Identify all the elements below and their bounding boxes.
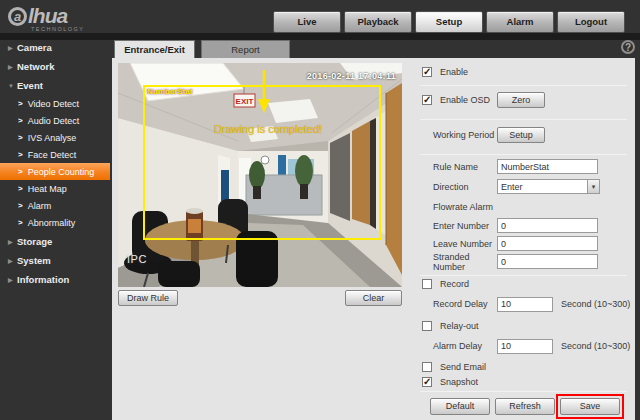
sidebar-item-storage[interactable]: ▶ Storage [0,232,110,251]
separator [420,275,627,276]
sidebar-item-alarm[interactable]: > Alarm [0,197,110,214]
leave-number-label: Leave Number [433,239,497,249]
sub-arrow-icon: > [18,133,23,142]
sidebar-item-label: Camera [17,42,52,53]
working-period-label: Working Period [433,130,497,140]
draw-direction-arrow-icon [254,68,274,116]
separator [420,391,627,392]
working-period-setup-button[interactable]: Setup [497,127,545,143]
sub-arrow-icon: > [18,201,23,210]
sidebar-item-network[interactable]: ▶ Network [0,57,110,76]
flowrate-alarm-label: Flowrate Alarm [433,202,523,212]
sidebar-item-information[interactable]: ▶ Information [0,270,110,289]
record-delay-label: Record Delay [433,299,497,309]
record-delay-row: Record Delay Second (10~300) [422,296,635,312]
sidebar-item-people-counting[interactable]: > People Counting [0,163,110,180]
direction-row: Direction Enter ▾ [422,179,635,194]
sidebar-item-system[interactable]: ▶ System [0,251,110,270]
checkmark-icon: ✓ [423,376,431,387]
sidebar-item-heat-map[interactable]: > Heat Map [0,180,110,197]
sidebar-item-label: Heat Map [28,184,67,194]
stranded-number-input[interactable] [497,254,598,269]
default-button[interactable]: Default [430,398,490,415]
sidebar-item-label: System [17,255,51,266]
draw-rule-button[interactable]: Draw Rule [118,290,178,306]
nav-alarm-button[interactable]: Alarm [486,11,554,33]
tab-report[interactable]: Report [201,40,290,58]
sub-arrow-icon: > [18,116,23,125]
sidebar-item-label: Information [17,274,69,285]
sidebar-item-label: Face Detect [28,150,77,160]
sidebar-item-abnormality[interactable]: > Abnormality [0,214,110,231]
sub-arrow-icon: > [18,99,23,108]
drawing-status-message: Drawing is completed! [188,123,348,135]
record-checkbox[interactable]: ✓ [422,279,432,289]
flowrate-alarm-row: Flowrate Alarm [422,200,635,214]
tab-entrance-exit[interactable]: Entrance/Exit [114,40,195,58]
record-delay-unit: Second (10~300) [561,299,630,309]
zero-button[interactable]: Zero [497,92,545,108]
help-icon[interactable]: ? [621,40,635,54]
working-period-row: Working Period Setup [422,127,635,143]
collapse-arrow-icon: ▶ [8,63,17,70]
sidebar-item-label: Alarm [28,201,52,211]
snapshot-checkbox[interactable]: ✓ [422,377,432,387]
leave-number-input[interactable] [497,236,598,251]
send-email-checkbox[interactable]: ✓ [422,362,432,372]
sidebar-item-audio-detect[interactable]: > Audio Detect [0,112,110,129]
sidebar-item-video-detect[interactable]: > Video Detect [0,95,110,112]
sub-arrow-icon: > [18,184,23,193]
header: a lhua TECHNOLOGY Live Playback Setup Al… [0,0,640,33]
leave-number-row: Leave Number [422,236,635,251]
sidebar-item-camera[interactable]: ▶ Camera [0,38,110,57]
rule-name-input[interactable] [497,159,598,174]
dahua-logo: a lhua TECHNOLOGY [8,4,138,34]
nav-setup-button[interactable]: Setup [415,11,483,33]
enable-osd-checkbox[interactable]: ✓ [422,95,432,105]
direction-label: Direction [433,182,497,192]
enter-number-input[interactable] [497,218,598,233]
sidebar-item-label: Abnormality [28,218,76,228]
enable-row: ✓ Enable [422,64,635,80]
enable-osd-label: Enable OSD [440,95,497,105]
video-preview[interactable]: EXIT 2016-02-11 17:04:11 NumberStat Draw… [118,63,402,287]
snapshot-row: ✓ Snapshot [422,376,635,388]
clear-button[interactable]: Clear [345,290,402,306]
sidebar-item-event[interactable]: ▼ Event [0,76,110,95]
video-timestamp: 2016-02-11 17:04:11 [307,71,396,81]
enable-osd-row: ✓ Enable OSD Zero [422,92,635,108]
sub-arrow-icon: > [18,167,23,176]
alarm-delay-input[interactable] [497,339,553,354]
relay-out-row: ✓ Relay-out [422,320,635,332]
sub-arrow-icon: > [18,150,23,159]
collapse-arrow-icon: ▶ [8,276,17,283]
refresh-button[interactable]: Refresh [495,398,555,415]
sidebar-item-ivs-analyse[interactable]: > IVS Analyse [0,129,110,146]
stranded-number-label: Stranded Number [433,252,497,272]
chevron-down-icon[interactable]: ▾ [587,180,599,193]
rule-name-overlay: NumberStat [147,87,192,96]
nav-logout-button[interactable]: Logout [557,11,625,33]
sidebar-item-label: Network [17,61,54,72]
separator [420,85,627,86]
sidebar: ▶ Camera ▶ Network ▼ Event > Video Detec… [0,40,110,420]
checkmark-icon: ✓ [423,94,431,105]
sidebar-item-label: IVS Analyse [28,133,77,143]
save-highlight-annotation [556,394,624,419]
sidebar-item-label: Event [17,80,43,91]
enable-checkbox[interactable]: ✓ [422,67,432,77]
nav-playback-button[interactable]: Playback [344,11,412,33]
nav-live-button[interactable]: Live [273,11,341,33]
logo-circle-a-icon: a [8,7,27,26]
snapshot-label: Snapshot [440,377,478,387]
enable-label: Enable [440,67,468,77]
alarm-delay-unit: Second (10~300) [561,341,630,351]
relay-out-checkbox[interactable]: ✓ [422,321,432,331]
collapse-arrow-icon: ▶ [8,44,17,51]
sidebar-item-label: People Counting [28,167,95,177]
separator [420,154,627,155]
sidebar-item-label: Audio Detect [28,116,80,126]
sidebar-item-face-detect[interactable]: > Face Detect [0,146,110,163]
direction-select[interactable]: Enter ▾ [497,179,600,194]
record-delay-input[interactable] [497,297,553,312]
